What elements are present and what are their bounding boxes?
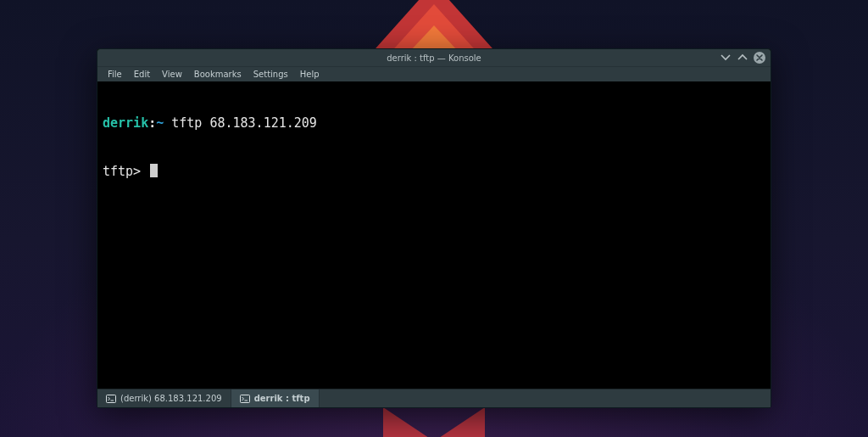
tftp-prompt: tftp> xyxy=(103,164,141,179)
konsole-window: derrik : tftp — Konsole File Edit View B… xyxy=(97,48,771,408)
terminal-viewport[interactable]: derrik:~ tftp 68.183.121.209 tftp> xyxy=(97,81,771,389)
minimize-button[interactable] xyxy=(720,52,732,64)
svg-rect-6 xyxy=(240,395,249,402)
cursor-block xyxy=(150,164,158,177)
command-text: tftp 68.183.121.209 xyxy=(164,115,317,131)
svg-rect-5 xyxy=(107,395,116,402)
terminal-line-1: derrik:~ tftp 68.183.121.209 xyxy=(103,115,765,132)
tabbar: (derrik) 68.183.121.209 derrik : tftp xyxy=(97,389,771,407)
maximize-button[interactable] xyxy=(737,52,748,64)
window-title: derrik : tftp — Konsole xyxy=(97,53,771,63)
menu-file[interactable]: File xyxy=(103,69,127,80)
tab-1[interactable]: (derrik) 68.183.121.209 xyxy=(97,389,231,407)
menu-help[interactable]: Help xyxy=(295,69,325,80)
menu-edit[interactable]: Edit xyxy=(129,69,155,80)
prompt-user: derrik xyxy=(103,115,148,131)
window-titlebar[interactable]: derrik : tftp — Konsole xyxy=(97,49,771,66)
menu-settings[interactable]: Settings xyxy=(248,69,293,80)
menu-view[interactable]: View xyxy=(157,69,187,80)
menu-bookmarks[interactable]: Bookmarks xyxy=(189,69,247,80)
window-controls xyxy=(720,52,771,64)
wallpaper-shape-bottom xyxy=(383,407,485,437)
prompt-sep: : xyxy=(148,115,156,131)
terminal-icon xyxy=(106,394,116,404)
tab-2[interactable]: derrik : tftp xyxy=(231,389,320,407)
svg-marker-4 xyxy=(383,407,485,437)
prompt-home: ~ xyxy=(156,115,164,131)
menubar: File Edit View Bookmarks Settings Help xyxy=(97,66,771,81)
command-value: tftp 68.183.121.209 xyxy=(171,115,317,131)
close-button[interactable] xyxy=(754,52,765,64)
terminal-icon xyxy=(240,394,250,404)
tab-2-label: derrik : tftp xyxy=(254,394,310,403)
tab-1-label: (derrik) 68.183.121.209 xyxy=(120,394,222,403)
terminal-line-2: tftp> xyxy=(103,164,765,180)
